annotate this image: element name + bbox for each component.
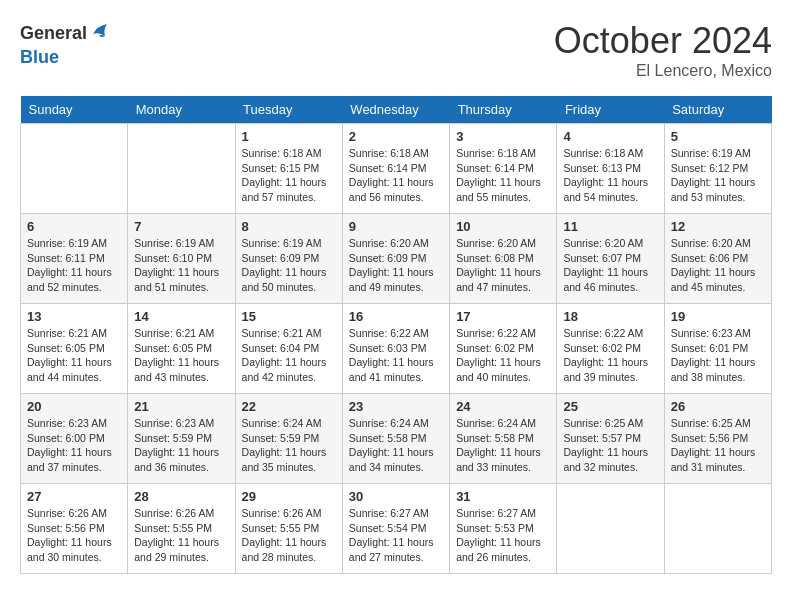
calendar-cell (664, 484, 771, 574)
day-info: Sunrise: 6:26 AMSunset: 5:56 PMDaylight:… (27, 506, 121, 565)
calendar-cell: 21Sunrise: 6:23 AMSunset: 5:59 PMDayligh… (128, 394, 235, 484)
day-number: 12 (671, 219, 765, 234)
calendar-cell: 8Sunrise: 6:19 AMSunset: 6:09 PMDaylight… (235, 214, 342, 304)
day-number: 25 (563, 399, 657, 414)
calendar-cell: 26Sunrise: 6:25 AMSunset: 5:56 PMDayligh… (664, 394, 771, 484)
calendar-cell: 27Sunrise: 6:26 AMSunset: 5:56 PMDayligh… (21, 484, 128, 574)
calendar-cell: 3Sunrise: 6:18 AMSunset: 6:14 PMDaylight… (450, 124, 557, 214)
day-info: Sunrise: 6:20 AMSunset: 6:09 PMDaylight:… (349, 236, 443, 295)
day-info: Sunrise: 6:23 AMSunset: 5:59 PMDaylight:… (134, 416, 228, 475)
day-number: 31 (456, 489, 550, 504)
day-number: 23 (349, 399, 443, 414)
day-number: 28 (134, 489, 228, 504)
day-info: Sunrise: 6:19 AMSunset: 6:12 PMDaylight:… (671, 146, 765, 205)
day-info: Sunrise: 6:25 AMSunset: 5:56 PMDaylight:… (671, 416, 765, 475)
calendar-week-row: 20Sunrise: 6:23 AMSunset: 6:00 PMDayligh… (21, 394, 772, 484)
calendar-week-row: 1Sunrise: 6:18 AMSunset: 6:15 PMDaylight… (21, 124, 772, 214)
weekday-header-monday: Monday (128, 96, 235, 124)
day-number: 27 (27, 489, 121, 504)
logo-general: General (20, 24, 87, 44)
day-info: Sunrise: 6:24 AMSunset: 5:58 PMDaylight:… (456, 416, 550, 475)
calendar-cell: 4Sunrise: 6:18 AMSunset: 6:13 PMDaylight… (557, 124, 664, 214)
day-info: Sunrise: 6:25 AMSunset: 5:57 PMDaylight:… (563, 416, 657, 475)
logo-bird-icon (89, 20, 111, 48)
day-info: Sunrise: 6:23 AMSunset: 6:00 PMDaylight:… (27, 416, 121, 475)
day-info: Sunrise: 6:22 AMSunset: 6:03 PMDaylight:… (349, 326, 443, 385)
day-number: 19 (671, 309, 765, 324)
calendar-cell: 18Sunrise: 6:22 AMSunset: 6:02 PMDayligh… (557, 304, 664, 394)
day-number: 15 (242, 309, 336, 324)
day-number: 2 (349, 129, 443, 144)
day-info: Sunrise: 6:21 AMSunset: 6:05 PMDaylight:… (27, 326, 121, 385)
day-info: Sunrise: 6:22 AMSunset: 6:02 PMDaylight:… (456, 326, 550, 385)
calendar-cell: 5Sunrise: 6:19 AMSunset: 6:12 PMDaylight… (664, 124, 771, 214)
calendar-cell: 12Sunrise: 6:20 AMSunset: 6:06 PMDayligh… (664, 214, 771, 304)
day-number: 17 (456, 309, 550, 324)
day-info: Sunrise: 6:21 AMSunset: 6:05 PMDaylight:… (134, 326, 228, 385)
day-number: 4 (563, 129, 657, 144)
day-info: Sunrise: 6:27 AMSunset: 5:53 PMDaylight:… (456, 506, 550, 565)
weekday-header-sunday: Sunday (21, 96, 128, 124)
calendar-cell: 6Sunrise: 6:19 AMSunset: 6:11 PMDaylight… (21, 214, 128, 304)
calendar-cell: 15Sunrise: 6:21 AMSunset: 6:04 PMDayligh… (235, 304, 342, 394)
weekday-header-wednesday: Wednesday (342, 96, 449, 124)
calendar-cell: 22Sunrise: 6:24 AMSunset: 5:59 PMDayligh… (235, 394, 342, 484)
weekday-header-saturday: Saturday (664, 96, 771, 124)
day-number: 7 (134, 219, 228, 234)
day-number: 21 (134, 399, 228, 414)
weekday-header-tuesday: Tuesday (235, 96, 342, 124)
month-title: October 2024 (554, 20, 772, 62)
day-number: 1 (242, 129, 336, 144)
day-number: 9 (349, 219, 443, 234)
logo-blue: Blue (20, 47, 59, 67)
day-number: 11 (563, 219, 657, 234)
calendar-cell: 14Sunrise: 6:21 AMSunset: 6:05 PMDayligh… (128, 304, 235, 394)
calendar-cell: 2Sunrise: 6:18 AMSunset: 6:14 PMDaylight… (342, 124, 449, 214)
calendar-cell: 30Sunrise: 6:27 AMSunset: 5:54 PMDayligh… (342, 484, 449, 574)
page-header: General Blue October 2024 El Lencero, Me… (20, 20, 772, 80)
day-number: 10 (456, 219, 550, 234)
calendar-cell: 19Sunrise: 6:23 AMSunset: 6:01 PMDayligh… (664, 304, 771, 394)
calendar-cell: 23Sunrise: 6:24 AMSunset: 5:58 PMDayligh… (342, 394, 449, 484)
day-number: 20 (27, 399, 121, 414)
day-number: 16 (349, 309, 443, 324)
calendar-cell: 11Sunrise: 6:20 AMSunset: 6:07 PMDayligh… (557, 214, 664, 304)
day-info: Sunrise: 6:26 AMSunset: 5:55 PMDaylight:… (242, 506, 336, 565)
weekday-header-thursday: Thursday (450, 96, 557, 124)
calendar-cell: 7Sunrise: 6:19 AMSunset: 6:10 PMDaylight… (128, 214, 235, 304)
calendar-week-row: 6Sunrise: 6:19 AMSunset: 6:11 PMDaylight… (21, 214, 772, 304)
day-number: 3 (456, 129, 550, 144)
day-number: 18 (563, 309, 657, 324)
day-info: Sunrise: 6:21 AMSunset: 6:04 PMDaylight:… (242, 326, 336, 385)
day-info: Sunrise: 6:19 AMSunset: 6:11 PMDaylight:… (27, 236, 121, 295)
calendar-cell: 17Sunrise: 6:22 AMSunset: 6:02 PMDayligh… (450, 304, 557, 394)
calendar-cell: 29Sunrise: 6:26 AMSunset: 5:55 PMDayligh… (235, 484, 342, 574)
title-block: October 2024 El Lencero, Mexico (554, 20, 772, 80)
calendar-cell: 20Sunrise: 6:23 AMSunset: 6:00 PMDayligh… (21, 394, 128, 484)
day-info: Sunrise: 6:18 AMSunset: 6:15 PMDaylight:… (242, 146, 336, 205)
calendar-cell (557, 484, 664, 574)
logo: General Blue (20, 20, 111, 68)
calendar-table: SundayMondayTuesdayWednesdayThursdayFrid… (20, 96, 772, 574)
day-info: Sunrise: 6:26 AMSunset: 5:55 PMDaylight:… (134, 506, 228, 565)
day-info: Sunrise: 6:23 AMSunset: 6:01 PMDaylight:… (671, 326, 765, 385)
day-number: 8 (242, 219, 336, 234)
calendar-cell: 28Sunrise: 6:26 AMSunset: 5:55 PMDayligh… (128, 484, 235, 574)
location: El Lencero, Mexico (554, 62, 772, 80)
day-info: Sunrise: 6:24 AMSunset: 5:58 PMDaylight:… (349, 416, 443, 475)
day-info: Sunrise: 6:18 AMSunset: 6:14 PMDaylight:… (349, 146, 443, 205)
day-info: Sunrise: 6:27 AMSunset: 5:54 PMDaylight:… (349, 506, 443, 565)
calendar-cell: 13Sunrise: 6:21 AMSunset: 6:05 PMDayligh… (21, 304, 128, 394)
calendar-week-row: 13Sunrise: 6:21 AMSunset: 6:05 PMDayligh… (21, 304, 772, 394)
day-number: 6 (27, 219, 121, 234)
calendar-cell (21, 124, 128, 214)
calendar-cell: 31Sunrise: 6:27 AMSunset: 5:53 PMDayligh… (450, 484, 557, 574)
day-number: 14 (134, 309, 228, 324)
calendar-cell (128, 124, 235, 214)
day-number: 26 (671, 399, 765, 414)
day-info: Sunrise: 6:22 AMSunset: 6:02 PMDaylight:… (563, 326, 657, 385)
day-number: 24 (456, 399, 550, 414)
day-number: 30 (349, 489, 443, 504)
day-number: 29 (242, 489, 336, 504)
weekday-header-friday: Friday (557, 96, 664, 124)
